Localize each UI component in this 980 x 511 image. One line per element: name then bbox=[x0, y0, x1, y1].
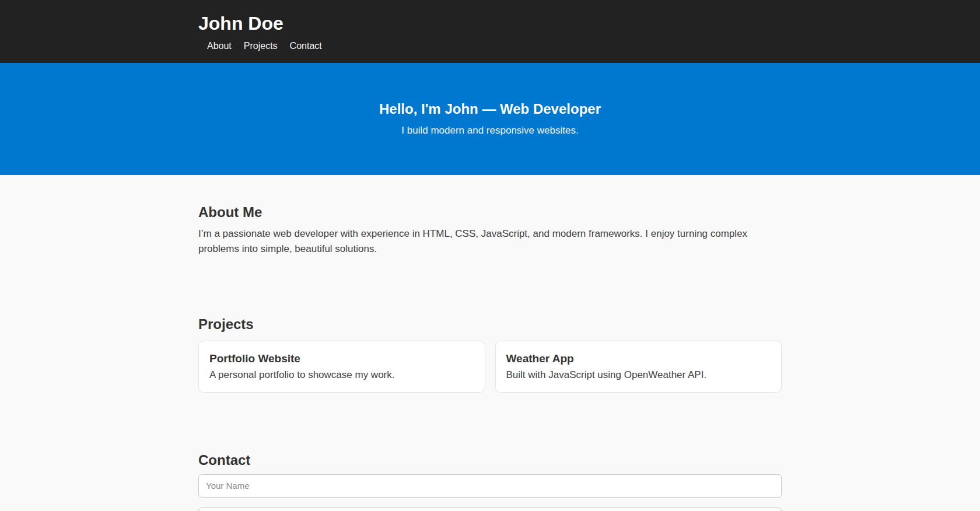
nav-link-contact[interactable]: Contact bbox=[290, 40, 322, 52]
hero-banner: Hello, I'm John — Web Developer I build … bbox=[0, 63, 980, 175]
project-card-description: A personal portfolio to showcase my work… bbox=[209, 369, 474, 381]
nav-link-about[interactable]: About bbox=[207, 40, 232, 52]
contact-section: Contact bbox=[0, 423, 980, 511]
projects-section: Projects Portfolio Website A personal po… bbox=[0, 287, 980, 423]
hero-title: Hello, I'm John — Web Developer bbox=[379, 101, 601, 117]
about-section: About Me I’m a passionate web developer … bbox=[0, 175, 980, 287]
about-heading: About Me bbox=[198, 204, 782, 220]
name-input[interactable] bbox=[198, 474, 782, 498]
project-card-list: Portfolio Website A personal portfolio t… bbox=[198, 341, 782, 393]
project-card-weather: Weather App Built with JavaScript using … bbox=[495, 341, 782, 393]
hero-subtitle: I build modern and responsive websites. bbox=[401, 125, 578, 136]
brand-title: John Doe bbox=[198, 13, 782, 34]
email-input[interactable] bbox=[198, 508, 782, 511]
site-header: John Doe About Projects Contact bbox=[0, 0, 980, 63]
contact-form bbox=[198, 474, 782, 511]
project-card-title: Portfolio Website bbox=[209, 352, 474, 365]
contact-heading: Contact bbox=[198, 452, 782, 468]
projects-heading: Projects bbox=[198, 316, 782, 332]
about-text: I’m a passionate web developer with expe… bbox=[198, 226, 782, 257]
main-nav: About Projects Contact bbox=[207, 40, 782, 52]
nav-link-projects[interactable]: Projects bbox=[244, 40, 278, 52]
project-card-description: Built with JavaScript using OpenWeather … bbox=[506, 369, 771, 381]
project-card-portfolio: Portfolio Website A personal portfolio t… bbox=[198, 341, 485, 393]
project-card-title: Weather App bbox=[506, 352, 771, 365]
